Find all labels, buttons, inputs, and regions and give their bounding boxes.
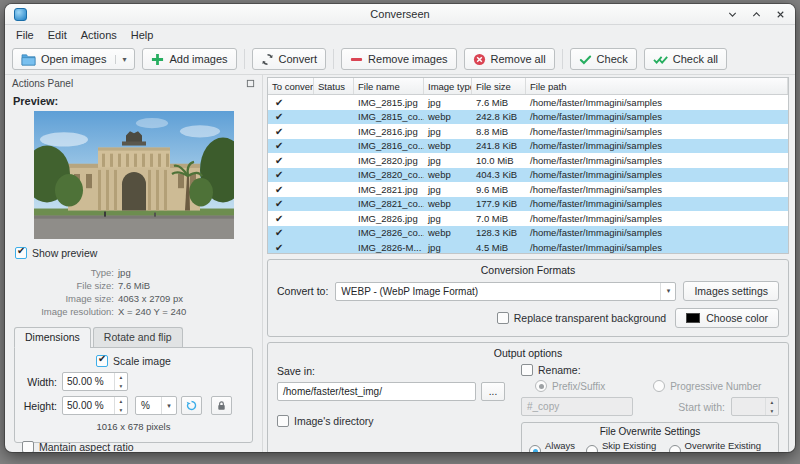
toolbar-open-images-button[interactable]: Open images▾ [12,48,135,70]
table-row[interactable]: ✔IMG_2821.jpgjpg9.6 MiB/home/faster/Imma… [268,182,788,197]
float-panel-icon[interactable] [246,79,255,88]
rename-checkbox[interactable]: Rename: [521,364,779,376]
row-check-icon[interactable]: ✔ [268,169,314,180]
width-spinner[interactable]: 50.00 % ▴▾ [62,372,128,391]
always-ask-radio[interactable]: Always Ask [529,440,586,452]
row-check-icon[interactable]: ✔ [268,155,314,166]
close-icon[interactable] [775,9,786,20]
row-check-icon[interactable]: ✔ [268,140,314,151]
toolbar-convert-button[interactable]: Convert [252,48,327,70]
table-row[interactable]: ✔IMG_2826_co...webp128.3 KiB/home/faster… [268,226,788,241]
minimize-icon[interactable] [727,9,738,20]
height-spinner[interactable]: 50.00 % ▴▾ [62,396,128,415]
choose-color-button[interactable]: Choose color [675,308,779,328]
column-header-file-path[interactable]: File path [526,78,788,94]
row-file-path: /home/faster/Immagini/samples [526,126,788,137]
menu-item-file[interactable]: File [9,27,41,43]
add-images-icon [151,53,164,66]
column-header-file-size[interactable]: File size [472,78,526,94]
checkbox-checked-icon [96,355,108,367]
unit-combobox[interactable]: % ▾ [135,396,177,415]
toolbar-remove-all-button[interactable]: Remove all [464,48,555,70]
format-combobox[interactable]: WEBP - (WebP Image Format) ▾ [335,282,676,301]
images-directory-checkbox[interactable]: Image's directory [277,415,505,427]
toolbar: Open images▾Add imagesConvertRemove imag… [5,44,795,75]
row-check-icon[interactable]: ✔ [268,227,314,238]
row-check-icon[interactable]: ✔ [268,184,314,195]
column-header-to-convert[interactable]: To convert [268,78,314,94]
toolbar-remove-images-button[interactable]: Remove images [341,48,456,70]
column-header-status[interactable]: Status [314,78,354,94]
skip-existing-files-radio[interactable]: Skip Existing Files [586,440,669,452]
file-table-header[interactable]: To convertStatusFile nameImage typeFile … [268,78,788,95]
toolbar-check-all-button[interactable]: Check all [644,48,727,70]
maximize-icon[interactable] [751,9,762,20]
maintain-aspect-ratio-label: Mantain aspect ratio [39,441,134,452]
spinner-arrows-icon: ▴▾ [765,398,778,415]
row-check-icon[interactable]: ✔ [268,126,314,137]
column-header-file-name[interactable]: File name [354,78,424,94]
toolbar-button-label: Open images [41,53,106,65]
row-check-icon[interactable]: ✔ [268,111,314,122]
width-label: Width: [22,376,62,388]
menu-item-edit[interactable]: Edit [41,27,74,43]
remove-images-icon [350,53,363,66]
scale-image-checkbox[interactable]: Scale image [22,355,245,367]
lock-aspect-button[interactable] [211,396,232,415]
row-file-size: 177.9 KiB [472,198,526,209]
tab-dimensions[interactable]: Dimensions [14,327,91,347]
reset-dimensions-button[interactable] [181,396,202,415]
rename-pattern-input[interactable]: #_copy [521,397,633,416]
row-file-path: /home/faster/Immagini/samples [526,97,788,108]
replace-transparent-background-checkbox[interactable]: Replace transparent background [497,312,666,324]
progressive-number-radio[interactable]: Progressive Number [653,380,761,392]
table-row[interactable]: ✔IMG_2816_co...webp241.8 KiB/home/faster… [268,139,788,154]
menu-item-help[interactable]: Help [124,27,161,43]
browse-button[interactable]: ... [481,382,505,401]
maintain-aspect-ratio-checkbox[interactable]: Mantain aspect ratio [22,441,245,452]
check-all-icon [653,53,668,66]
row-check-icon[interactable]: ✔ [268,97,314,108]
menu-item-actions[interactable]: Actions [74,27,124,43]
row-check-icon[interactable]: ✔ [268,213,314,224]
start-with-spinner[interactable]: ▴▾ [731,397,779,416]
radio-icon [529,445,541,452]
dropdown-arrow-icon[interactable]: ▾ [115,55,126,64]
column-header-image-type[interactable]: Image type [424,78,472,94]
toolbar-button-label: Check all [673,53,718,65]
tab-rotate-and-flip[interactable]: Rotate and flip [93,327,183,347]
table-row[interactable]: ✔IMG_2816.jpgjpg8.8 MiB/home/faster/Imma… [268,124,788,139]
spinner-arrows-icon[interactable]: ▴▾ [114,373,127,390]
show-preview-checkbox[interactable]: Show preview [15,247,255,259]
radio-icon [653,380,665,392]
table-row[interactable]: ✔IMG_2821_co...webp177.9 KiB/home/faster… [268,197,788,212]
table-row[interactable]: ✔IMG_2826-M...jpg4.5 MiB/home/faster/Imm… [268,240,788,254]
convert-to-label: Convert to: [277,285,328,297]
toolbar-add-images-button[interactable]: Add images [142,48,236,70]
toolbar-check-button[interactable]: Check [570,48,637,70]
actions-panel: Actions Panel Preview: [5,75,263,452]
table-row[interactable]: ✔IMG_2820_co...webp404.3 KiB/home/faster… [268,168,788,183]
row-file-name: IMG_2821_co... [354,198,424,209]
images-settings-button[interactable]: Images settings [683,281,779,301]
table-row[interactable]: ✔IMG_2815.jpgjpg7.6 MiB/home/faster/Imma… [268,95,788,110]
row-check-icon[interactable]: ✔ [268,198,314,209]
conversion-formats-group: Conversion Formats Convert to: WEBP - (W… [267,259,789,337]
table-row[interactable]: ✔IMG_2820.jpgjpg10.0 MiB/home/faster/Imm… [268,153,788,168]
prefix-suffix-radio[interactable]: Prefix/Suffix [535,380,605,392]
table-row[interactable]: ✔IMG_2826.jpgjpg7.0 MiB/home/faster/Imma… [268,211,788,226]
spinner-arrows-icon[interactable]: ▴▾ [114,397,127,414]
actions-panel-header: Actions Panel [5,75,262,92]
overwrite-existing-files-radio[interactable]: Overwrite Existing Files [669,440,771,452]
radio-icon [586,445,598,452]
row-file-size: 7.6 MiB [472,97,526,108]
height-label: Height: [22,400,62,412]
row-check-icon[interactable]: ✔ [268,242,314,253]
row-image-type: jpg [424,155,472,166]
titlebar[interactable]: Converseen [5,4,795,25]
save-path-input[interactable]: /home/faster/test_img/ [277,382,476,401]
actions-panel-body: Preview: [5,92,262,452]
row-file-path: /home/faster/Immagini/samples [526,111,788,122]
table-row[interactable]: ✔IMG_2815_co...webp242.8 KiB/home/faster… [268,110,788,125]
toolbar-separator [562,49,563,69]
